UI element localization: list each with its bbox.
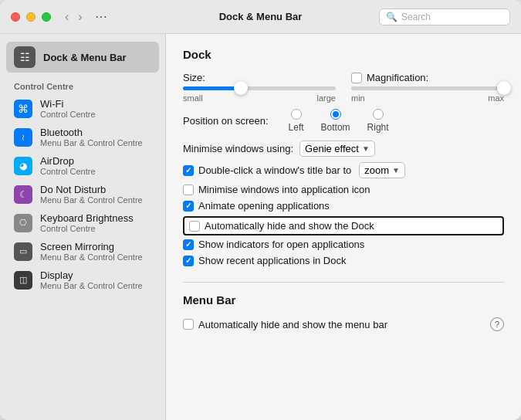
size-label: Size: [183, 72, 205, 83]
minimise-dropdown-arrow: ▼ [362, 144, 370, 153]
window-title: Dock & Menu Bar [219, 11, 303, 22]
bluetooth-icon: 𐍘 [14, 128, 32, 147]
position-row: Position on screen: Left Bottom Right [183, 109, 504, 133]
auto-hide-dock-row: Automatically hide and show the Dock [183, 216, 504, 235]
auto-hide-menu-label: Automatically hide and show the menu bar [198, 319, 387, 330]
position-right-radio[interactable] [373, 109, 384, 120]
bluetooth-text: Bluetooth Menu Bar & Control Centre [40, 127, 143, 147]
sidebar: ☷ Dock & Menu Bar Control Centre ⌘ Wi-Fi… [0, 34, 166, 420]
auto-hide-menu-row: Automatically hide and show the menu bar… [183, 317, 504, 331]
keyboard-text: Keyboard Brightness Control Centre [40, 212, 134, 233]
auto-hide-dock-checkbox[interactable] [189, 221, 200, 232]
animate-checkbox[interactable] [183, 201, 194, 212]
menu-bar-section: Menu Bar Automatically hide and show the… [183, 293, 504, 331]
window: ‹ › ⋯ Dock & Menu Bar 🔍 ☷ Dock & Menu Ba… [0, 0, 521, 420]
size-slider-labels: small large [183, 93, 336, 103]
airdrop-text: AirDrop Control Centre [40, 155, 96, 176]
recent-apps-label: Show recent applications in Dock [198, 255, 347, 266]
search-box[interactable]: 🔍 [379, 8, 510, 25]
position-bottom[interactable]: Bottom [321, 109, 350, 133]
minimise-effect-label: Genie effect [305, 143, 359, 154]
dock-title: Dock [183, 48, 504, 61]
indicators-checkbox[interactable] [183, 239, 194, 250]
airdrop-label: AirDrop [40, 155, 96, 167]
mag-slider-labels: min max [351, 93, 504, 103]
position-left-label: Left [289, 122, 304, 133]
position-label: Position on screen: [183, 115, 269, 127]
minimise-icon-label: Minimise windows into application icon [198, 184, 370, 195]
double-click-option-label: zoom [364, 164, 389, 176]
wifi-sub: Control Centre [40, 110, 96, 119]
mag-max-label: max [488, 93, 504, 103]
sidebar-item-mirroring[interactable]: ▭ Screen Mirroring Menu Bar & Control Ce… [0, 237, 165, 266]
keyboard-sub: Control Centre [40, 224, 134, 233]
wifi-icon: ⌘ [14, 100, 32, 118]
position-left[interactable]: Left [289, 109, 304, 133]
double-click-checkbox[interactable] [183, 165, 194, 176]
maximize-button[interactable] [42, 12, 51, 22]
size-small-label: small [183, 93, 203, 103]
recent-apps-checkbox[interactable] [183, 256, 194, 266]
position-left-radio[interactable] [291, 109, 302, 120]
display-icon: ◫ [14, 271, 32, 290]
mirroring-sub: Menu Bar & Control Centre [40, 252, 143, 262]
nav-buttons: ‹ › [62, 9, 86, 25]
position-right-label: Right [367, 122, 389, 133]
display-text: Display Menu Bar & Control Centre [40, 269, 143, 290]
minimise-label: Minimise windows using: [183, 143, 293, 154]
size-slider-thumb[interactable] [234, 81, 248, 95]
keyboard-icon: ⎔ [14, 214, 32, 232]
sidebar-item-dock-menu-bar[interactable]: ☷ Dock & Menu Bar [6, 42, 159, 73]
size-group: Size: small large [183, 72, 336, 103]
minimise-row: Minimise windows using: Genie effect ▼ [183, 141, 504, 157]
mag-min-label: min [351, 93, 365, 103]
double-click-label: Double-click a window's title bar to [198, 164, 351, 176]
position-bottom-radio[interactable] [330, 109, 341, 120]
control-centre-header: Control Centre [0, 74, 165, 94]
mirroring-label: Screen Mirroring [40, 241, 143, 252]
position-right[interactable]: Right [367, 109, 389, 133]
dnd-sub: Menu Bar & Control Centre [40, 195, 143, 205]
close-button[interactable] [11, 12, 20, 22]
minimize-button[interactable] [26, 12, 36, 22]
mirroring-text: Screen Mirroring Menu Bar & Control Cent… [40, 241, 143, 262]
indicators-label: Show indicators for open applications [198, 239, 364, 250]
wifi-text: Wi-Fi Control Centre [40, 98, 96, 119]
size-magnification-row: Size: small large Magnificat [183, 72, 504, 103]
back-button[interactable]: ‹ [62, 9, 72, 25]
dnd-label: Do Not Disturb [40, 184, 143, 195]
traffic-lights [11, 12, 51, 22]
title-bar: ‹ › ⋯ Dock & Menu Bar 🔍 [0, 0, 521, 34]
forward-button[interactable]: › [75, 9, 85, 25]
sidebar-item-display[interactable]: ◫ Display Menu Bar & Control Centre [0, 266, 165, 294]
position-bottom-label: Bottom [321, 122, 350, 133]
dock-menu-bar-icon: ☷ [14, 46, 36, 68]
divider [183, 282, 504, 283]
dnd-icon: ☾ [14, 185, 32, 204]
magnification-label: Magnification: [367, 72, 428, 83]
animate-label: Animate opening applications [198, 200, 330, 212]
sidebar-item-airdrop[interactable]: ◕ AirDrop Control Centre [0, 151, 165, 180]
help-icon[interactable]: ? [490, 317, 504, 331]
sidebar-item-bluetooth[interactable]: 𐍘 Bluetooth Menu Bar & Control Centre [0, 123, 165, 151]
size-large-label: large [317, 93, 336, 103]
sidebar-item-keyboard[interactable]: ⎔ Keyboard Brightness Control Centre [0, 208, 165, 237]
search-icon: 🔍 [386, 12, 398, 22]
double-click-select[interactable]: zoom ▼ [359, 162, 405, 178]
wifi-label: Wi-Fi [40, 98, 96, 110]
auto-hide-menu-checkbox[interactable] [183, 319, 194, 330]
minimise-icon-checkbox[interactable] [183, 185, 194, 195]
display-sub: Menu Bar & Control Centre [40, 281, 143, 290]
main-panel: Dock Size: small large [166, 34, 521, 420]
menu-bar-title: Menu Bar [183, 293, 504, 307]
minimise-select[interactable]: Genie effect ▼ [299, 141, 375, 157]
content: ☷ Dock & Menu Bar Control Centre ⌘ Wi-Fi… [0, 34, 521, 420]
sidebar-item-dnd[interactable]: ☾ Do Not Disturb Menu Bar & Control Cent… [0, 180, 165, 208]
sidebar-item-wifi[interactable]: ⌘ Wi-Fi Control Centre [0, 94, 165, 123]
search-input[interactable] [401, 12, 503, 22]
minimise-icon-row: Minimise windows into application icon [183, 184, 504, 195]
sidebar-selected-label: Dock & Menu Bar [43, 52, 127, 63]
mag-slider-thumb[interactable] [497, 81, 511, 95]
airdrop-sub: Control Centre [40, 167, 96, 176]
magnification-checkbox[interactable] [351, 73, 362, 83]
